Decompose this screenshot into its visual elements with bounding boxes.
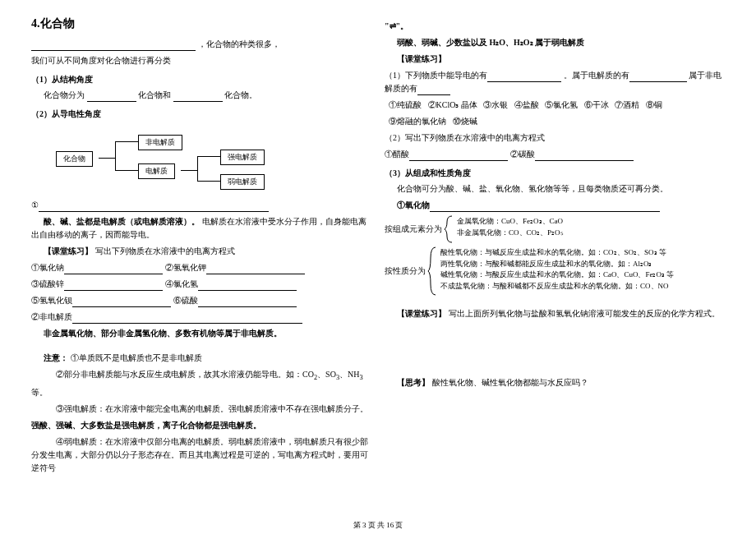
options-row-2: ⑨熔融的氯化钠 ⑩烧碱 bbox=[385, 115, 725, 128]
item: ②氢氧化钾 bbox=[165, 263, 206, 272]
blank bbox=[64, 281, 163, 291]
txt: ①氧化物 bbox=[397, 200, 430, 209]
elec-def-line: ① bbox=[31, 199, 371, 212]
circle-num: ① bbox=[31, 200, 39, 209]
ex2-q1: （1）下列物质中能导电的有 。属于电解质的有 属于非电解质的有 bbox=[385, 69, 725, 95]
txt: （1）下列物质中能导电的有 bbox=[385, 71, 487, 80]
ex-row-1: ①氯化钠 ②氢氧化钾 bbox=[31, 261, 371, 274]
note-label: 注意： bbox=[44, 353, 68, 362]
sub-heading-1: （1）从结构角度 bbox=[31, 74, 371, 85]
opt: ⑤氯化氢 bbox=[545, 100, 578, 109]
item: ⑥硫酸 bbox=[173, 296, 198, 305]
opt: ⑦酒精 bbox=[615, 100, 639, 109]
section-title: 4.化合物 bbox=[31, 16, 371, 31]
elec-def-bold: 酸、碱、盐都是电解质（或电解质溶液）。 bbox=[44, 217, 200, 226]
txt: ③强电解质：在水溶液中能完全电离的电解质。强电解质溶液中不存在强电解质分子。 bbox=[56, 404, 368, 413]
prop-item: 碱性氧化物：与酸反应生成盐和水的氧化物。如：CaO、CuO、Fe₂O₃ 等 bbox=[440, 269, 674, 280]
compound-diagram: 化合物 非电解质 电解质 强电解质 弱电解质 bbox=[56, 127, 371, 192]
blank bbox=[39, 202, 269, 212]
blank bbox=[64, 265, 163, 274]
prop-item: 酸性氧化物：与碱反应生成盐和水的氧化物。如：CO₂、SO₂、SO₃ 等 bbox=[440, 247, 674, 258]
opt: ⑩烧碱 bbox=[453, 117, 477, 126]
connector bbox=[115, 170, 138, 171]
sub-heading-3: （3）从组成和性质角度 bbox=[385, 168, 725, 179]
connector bbox=[197, 156, 220, 157]
box-weak: 弱电解质 bbox=[220, 174, 265, 190]
comp-label: 按组成元素分为 bbox=[385, 215, 444, 243]
bracket-icon bbox=[427, 246, 437, 296]
ex-text: 写出下列物质在水溶液中的电离方程式 bbox=[95, 246, 235, 255]
non-elec-note: 非金属氧化物、部分非金属氢化物、多数有机物等属于非电解质。 bbox=[31, 327, 371, 340]
note-2-tail: 等。 bbox=[31, 386, 371, 399]
curly-brace-icon bbox=[427, 246, 437, 296]
curly-brace-icon bbox=[444, 215, 454, 243]
blank bbox=[31, 41, 196, 51]
intro-text-1: ，化合物的种类很多， bbox=[198, 39, 280, 48]
options-row-1: ①纯硫酸 ②KClO₃ 晶体 ③水银 ④盐酸 ⑤氯化氢 ⑥干冰 ⑦酒精 ⑧铜 bbox=[385, 99, 725, 112]
note-2: ②部分非电解质能与水反应生成电解质，故其水溶液仍能导电。如：CO2、SO3、NH… bbox=[31, 368, 371, 383]
ex-row-2: ③硫酸锌 ④氯化氢 bbox=[31, 278, 371, 291]
txt: 化合物分为 bbox=[44, 90, 85, 99]
opt: ⑧铜 bbox=[646, 100, 662, 109]
sub-heading-2: （2）从导电性角度 bbox=[31, 108, 371, 120]
think-question: 【思考】 酸性氧化物、碱性氧化物都能与水反应吗？ bbox=[385, 376, 725, 389]
connector bbox=[115, 141, 138, 142]
prop-item: 不成盐氧化物：与酸和碱都不反应生成盐和水的氧化物。如：CO、NO bbox=[440, 281, 674, 292]
ex-label: 【课堂练习】 bbox=[397, 309, 446, 318]
ex2-q2: （2）写出下列物质在水溶液中的电离方程式 bbox=[385, 131, 725, 145]
item: ④氯化氢 bbox=[165, 279, 198, 288]
left-column: 4.化合物 ，化合物的种类很多， 我们可从不同角度对化合物进行再分类 （1）从结… bbox=[25, 16, 378, 526]
think-label: 【思考】 bbox=[397, 378, 430, 387]
txt: 。属于电解质的有 bbox=[564, 71, 629, 80]
intro-line-2: 我们可从不同角度对化合物进行再分类 bbox=[31, 54, 371, 67]
txt: 、SO bbox=[317, 370, 336, 379]
blank bbox=[535, 151, 634, 161]
blank bbox=[72, 314, 302, 324]
s3-intro: 化合物可分为酸、碱、盐、氧化物、氢化物等等，且每类物质还可再分类。 bbox=[385, 182, 725, 196]
intro-line: ，化合物的种类很多， bbox=[31, 38, 371, 51]
txt: 、NH bbox=[339, 370, 359, 379]
page-footer: 第 3 页 共 16 页 bbox=[0, 520, 756, 531]
item: ①醋酸 bbox=[385, 150, 409, 159]
prop-label: 按性质分为 bbox=[385, 246, 427, 296]
opt: ③水银 bbox=[483, 100, 508, 109]
opt: ①纯硫酸 bbox=[389, 100, 422, 109]
blank bbox=[173, 92, 223, 102]
box-strong: 强电解质 bbox=[220, 150, 265, 165]
exercise-2-heading: 【课堂练习】 bbox=[385, 53, 725, 66]
txt: 化合物。 bbox=[224, 90, 257, 99]
opt: ②KClO₃ 晶体 bbox=[428, 100, 477, 109]
blank bbox=[198, 297, 297, 307]
note-text: ①单质既不是电解质也不是非电解质 bbox=[71, 353, 202, 362]
box-nonelec: 非电解质 bbox=[138, 135, 182, 150]
note-4: ④弱电解质：在水溶液中仅部分电离的电解质。弱电解质溶液中，弱电解质只有很少部分发… bbox=[31, 435, 371, 475]
oxide-heading: ①氧化物 bbox=[385, 199, 725, 212]
opt: ⑥干冰 bbox=[584, 100, 609, 109]
connector bbox=[197, 156, 198, 181]
blank bbox=[430, 202, 660, 212]
txt: 化合物和 bbox=[138, 90, 171, 99]
exercise-1-heading: 【课堂练习】 写出下列物质在水溶液中的电离方程式 bbox=[31, 245, 371, 258]
property-classification: 按性质分为 酸性氧化物：与碱反应生成盐和水的氧化物。如：CO₂、SO₂、SO₃ … bbox=[385, 246, 725, 296]
comp-item: 金属氧化物：CuO、Fe₂O₃、CaO bbox=[457, 216, 564, 227]
comp-item: 非金属氧化物：CO、CO₂、P₂O₅ bbox=[457, 228, 564, 238]
comp-content: 金属氧化物：CuO、Fe₂O₃、CaO 非金属氧化物：CO、CO₂、P₂O₅ bbox=[454, 215, 564, 243]
ex-label: 【课堂练习】 bbox=[44, 246, 93, 255]
connector bbox=[115, 141, 116, 170]
blank bbox=[198, 281, 297, 291]
composition-classification: 按组成元素分为 金属氧化物：CuO、Fe₂O₃、CaO 非金属氧化物：CO、CO… bbox=[385, 215, 725, 243]
blank bbox=[417, 85, 450, 95]
blank bbox=[72, 297, 171, 307]
item: ②非电解质 bbox=[31, 312, 72, 321]
elec-def: 酸、碱、盐都是电解质（或电解质溶液）。 电解质在水溶液中受水分子作用，自身能电离… bbox=[31, 215, 371, 242]
blank bbox=[206, 265, 305, 274]
prop-content: 酸性氧化物：与碱反应生成盐和水的氧化物。如：CO₂、SO₂、SO₃ 等 两性氧化… bbox=[437, 246, 674, 296]
right-column: "⇌"。 弱酸、弱碱、少数盐以及 H₂O、H₂O₂ 属于弱电解质 【课堂练习】 … bbox=[378, 16, 731, 526]
item: ⑤氢氧化钡 bbox=[31, 296, 72, 305]
prop-item: 两性氧化物：与酸和碱都能反应生成盐和水的氧化物。如：Al₂O₃ bbox=[440, 259, 674, 269]
blank bbox=[629, 72, 687, 82]
q2-items: ①醋酸 ②碳酸 bbox=[385, 148, 725, 161]
connector bbox=[197, 181, 220, 182]
item: ①氯化钠 bbox=[31, 263, 64, 272]
connector bbox=[181, 170, 197, 171]
